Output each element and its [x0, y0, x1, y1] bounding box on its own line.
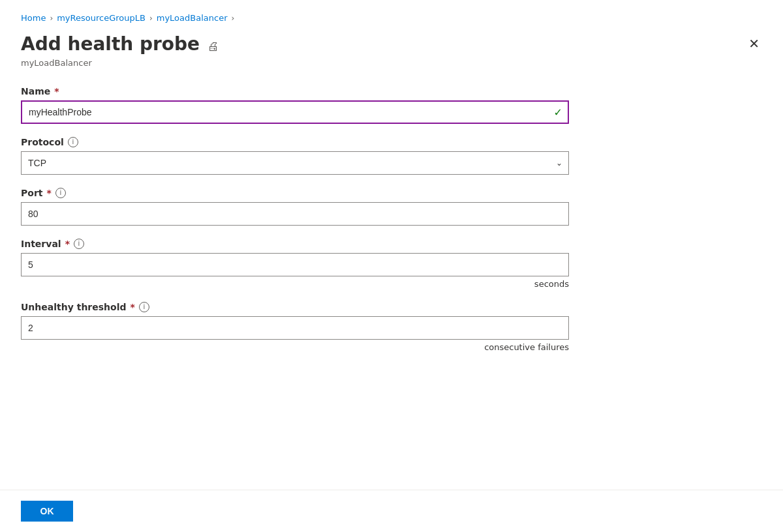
protocol-select-wrapper: TCP HTTP HTTPS ⌄ — [21, 151, 569, 175]
breadcrumb-sep-1: › — [50, 14, 53, 23]
breadcrumb-load-balancer[interactable]: myLoadBalancer — [157, 13, 228, 23]
name-input-wrapper: ✓ — [21, 100, 569, 124]
print-icon[interactable]: 🖨 — [207, 39, 219, 53]
header-row: Add health probe 🖨 ✕ — [0, 28, 783, 58]
name-label: Name * — [21, 86, 762, 96]
unhealthy-threshold-info-icon[interactable]: i — [139, 302, 149, 312]
port-info-icon[interactable]: i — [55, 188, 66, 198]
page-title: Add health probe — [21, 33, 200, 55]
protocol-info-icon[interactable]: i — [68, 137, 78, 147]
unhealthy-threshold-suffix: consecutive failures — [21, 342, 569, 352]
interval-field-group: Interval * i seconds — [21, 239, 762, 289]
header-left: Add health probe 🖨 — [21, 33, 219, 55]
port-label: Port * i — [21, 188, 762, 198]
protocol-select[interactable]: TCP HTTP HTTPS — [21, 151, 569, 175]
protocol-label: Protocol i — [21, 137, 762, 147]
unhealthy-threshold-field-group: Unhealthy threshold * i consecutive fail… — [21, 302, 762, 352]
interval-info-icon[interactable]: i — [74, 239, 84, 249]
breadcrumb-sep-3: › — [231, 14, 234, 23]
ok-button[interactable]: OK — [21, 501, 73, 522]
port-field-group: Port * i — [21, 188, 762, 226]
unhealthy-threshold-required-star: * — [130, 302, 135, 312]
breadcrumb-sep-2: › — [149, 14, 153, 23]
form-content: Name * ✓ Protocol i TCP HTTP HTTPS ⌄ — [0, 81, 783, 490]
interval-required-star: * — [65, 239, 70, 249]
close-icon[interactable]: ✕ — [746, 33, 762, 54]
protocol-field-group: Protocol i TCP HTTP HTTPS ⌄ — [21, 137, 762, 175]
page-subtitle: myLoadBalancer — [0, 58, 783, 81]
interval-suffix: seconds — [21, 279, 569, 289]
unhealthy-threshold-input[interactable] — [21, 316, 569, 340]
breadcrumb-home[interactable]: Home — [21, 13, 46, 23]
page-container: Home › myResourceGroupLB › myLoadBalance… — [0, 0, 783, 532]
interval-label: Interval * i — [21, 239, 762, 249]
breadcrumb-resource-group[interactable]: myResourceGroupLB — [57, 13, 146, 23]
port-required-star: * — [46, 188, 51, 198]
port-input[interactable] — [21, 202, 569, 226]
name-input[interactable] — [21, 100, 569, 124]
name-required-star: * — [54, 86, 59, 96]
breadcrumb: Home › myResourceGroupLB › myLoadBalance… — [0, 0, 783, 28]
name-valid-check-icon: ✓ — [554, 106, 562, 118]
footer: OK — [0, 490, 783, 532]
unhealthy-threshold-label: Unhealthy threshold * i — [21, 302, 762, 312]
name-field-group: Name * ✓ — [21, 86, 762, 124]
interval-input[interactable] — [21, 253, 569, 276]
